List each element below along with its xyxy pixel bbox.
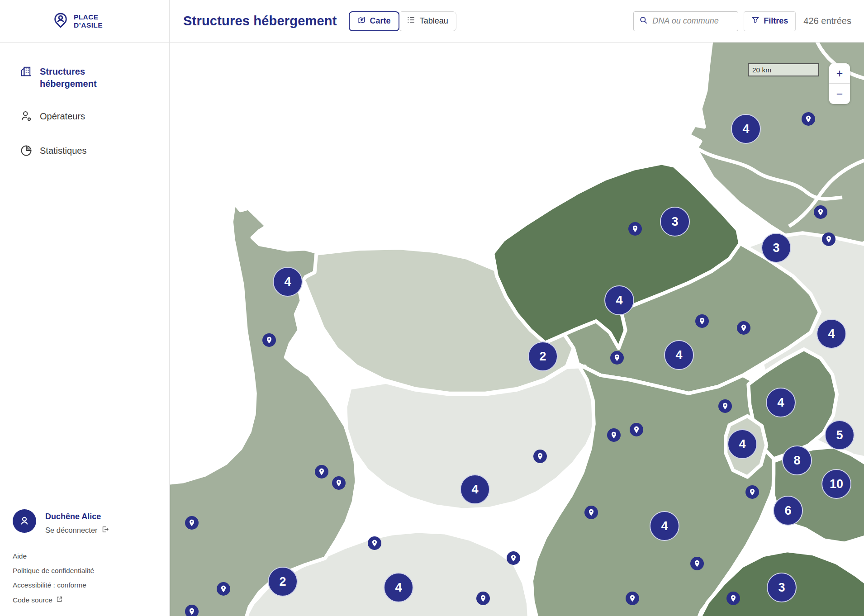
pie-chart-icon — [20, 144, 33, 159]
map-pin-marker[interactable] — [802, 112, 815, 126]
map-pin-marker[interactable] — [690, 557, 704, 570]
view-toggle: Carte Tableau — [349, 11, 456, 31]
sidebar-item-label: Structures hébergement — [40, 65, 94, 90]
search-box — [633, 11, 738, 31]
sidebar-item-structures-hebergement[interactable]: Structures hébergement — [20, 65, 169, 90]
page-title: Structures hébergement — [183, 14, 337, 28]
sidebar: PLACE D’ASILE Structures hébergement — [0, 0, 170, 616]
map-cluster-marker[interactable]: 4 — [273, 267, 303, 297]
map-pin-marker[interactable] — [607, 428, 621, 442]
place-asile-app: PLACE D’ASILE Structures hébergement — [0, 0, 864, 616]
footer-link-aide[interactable]: Aide — [13, 552, 94, 560]
map-pin-marker[interactable] — [695, 314, 709, 328]
person-gear-icon — [20, 110, 33, 124]
map-cluster-marker[interactable]: 5 — [825, 420, 855, 450]
map-zoom-control: + − — [829, 63, 850, 104]
map-cluster-marker[interactable]: 4 — [731, 114, 761, 144]
external-link-icon — [56, 596, 63, 604]
carte-view-button[interactable]: Carte — [349, 11, 399, 31]
entries-count: 426 entrées — [803, 16, 851, 26]
map-scale-bar: 20 km — [748, 63, 819, 76]
map-pin-marker[interactable] — [737, 321, 750, 335]
filters-button[interactable]: Filtres — [744, 11, 796, 31]
map-pin-marker[interactable] — [822, 232, 836, 246]
map-cluster-marker[interactable]: 4 — [384, 573, 413, 602]
map-cluster-marker[interactable]: 4 — [460, 474, 490, 504]
map-pin-marker[interactable] — [315, 465, 328, 479]
map-cluster-marker[interactable]: 4 — [604, 285, 634, 315]
footer-link-accessibilite[interactable]: Accessibilité : conforme — [13, 581, 94, 589]
map-pin-marker[interactable] — [185, 605, 199, 616]
map-pin-marker[interactable] — [262, 333, 276, 347]
map-pin-icon — [357, 16, 366, 27]
map-pin-marker[interactable] — [718, 399, 732, 413]
user-name: Duchêne Alice — [45, 512, 109, 521]
map-pin-marker[interactable] — [628, 222, 642, 236]
map-cluster-marker[interactable]: 2 — [528, 341, 558, 371]
sidebar-item-operateurs[interactable]: Opérateurs — [20, 110, 169, 124]
map-pin-marker[interactable] — [814, 205, 827, 219]
map-pin-marker[interactable] — [610, 351, 624, 365]
map-cluster-marker[interactable]: 6 — [773, 496, 803, 526]
map-cluster-marker[interactable]: 4 — [766, 388, 796, 417]
map-pin-marker[interactable] — [332, 476, 346, 490]
map-cluster-marker[interactable]: 4 — [664, 340, 694, 370]
map-cluster-marker[interactable]: 3 — [761, 233, 791, 263]
map-pin-marker[interactable] — [368, 536, 381, 550]
list-icon — [407, 15, 416, 27]
brand-text: PLACE D’ASILE — [74, 13, 103, 29]
map-cluster-marker[interactable]: 10 — [821, 469, 851, 499]
sidebar-nav: Structures hébergement Opérateurs — [0, 43, 169, 159]
map-pin-marker[interactable] — [745, 485, 759, 499]
map-cluster-marker[interactable]: 2 — [268, 567, 298, 597]
sidebar-item-label: Opérateurs — [40, 110, 85, 123]
map-cluster-marker[interactable]: 4 — [817, 319, 846, 349]
map-canvas[interactable]: 43344424454810464243 20 km + − — [170, 43, 864, 616]
map-pin-marker[interactable] — [533, 450, 547, 463]
map-pin-marker[interactable] — [726, 592, 740, 605]
brand-logo[interactable]: PLACE D’ASILE — [0, 0, 169, 43]
footer-link-confidentialite[interactable]: Politique de confidentialité — [13, 567, 94, 575]
search-icon — [639, 16, 648, 26]
map-cluster-marker[interactable]: 3 — [660, 207, 690, 237]
map-pin-marker[interactable] — [185, 516, 199, 530]
map-cluster-marker[interactable]: 3 — [767, 573, 797, 602]
footer-links: Aide Politique de confidentialité Access… — [13, 552, 94, 611]
user-block: Duchêne Alice Se déconnecter — [13, 509, 109, 535]
map-pin-marker[interactable] — [584, 506, 598, 519]
pin-person-logo-icon — [52, 12, 69, 30]
header: Structures hébergement Carte — [170, 0, 864, 43]
avatar[interactable] — [13, 509, 36, 533]
funnel-icon — [751, 16, 760, 26]
sidebar-item-label: Statistiques — [40, 144, 86, 157]
map-cluster-marker[interactable]: 8 — [782, 445, 812, 475]
logout-icon — [101, 526, 109, 535]
buildings-icon — [20, 65, 33, 80]
map-pin-marker[interactable] — [630, 423, 643, 436]
map-pin-marker[interactable] — [476, 592, 490, 605]
zoom-in-button[interactable]: + — [829, 63, 850, 84]
map-pin-marker[interactable] — [626, 592, 639, 605]
map-pin-marker[interactable] — [507, 551, 520, 565]
footer-link-code-source[interactable]: Code source — [13, 596, 94, 604]
map-cluster-marker[interactable]: 4 — [650, 511, 679, 541]
tableau-view-button[interactable]: Tableau — [399, 11, 456, 31]
logout-button[interactable]: Se déconnecter — [45, 526, 109, 535]
sidebar-item-statistiques[interactable]: Statistiques — [20, 144, 169, 159]
map-cluster-marker[interactable]: 4 — [727, 429, 757, 459]
zoom-out-button[interactable]: − — [829, 84, 850, 104]
search-input[interactable] — [652, 16, 732, 26]
map-pin-marker[interactable] — [217, 582, 230, 596]
